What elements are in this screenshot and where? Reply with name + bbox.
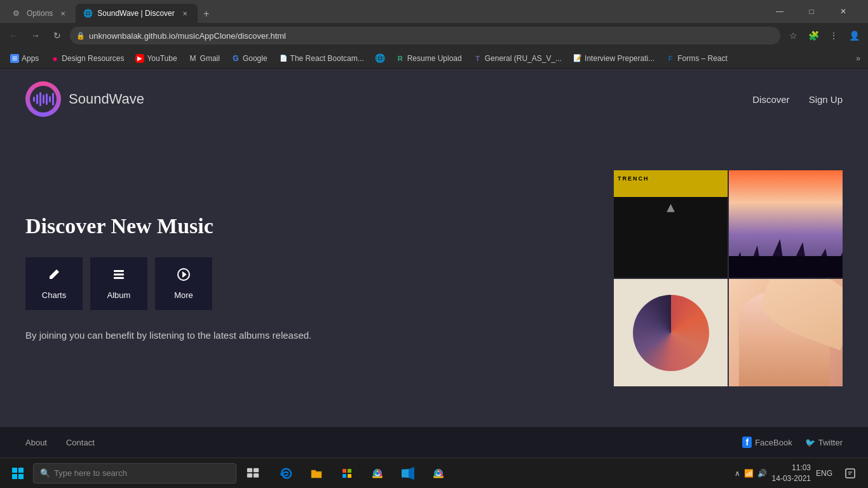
tab-soundwave[interactable]: 🌐 SoundWave | Discover ✕: [76, 4, 197, 23]
svg-rect-18: [342, 474, 346, 478]
forward-button[interactable]: →: [27, 27, 44, 44]
album-label: Album: [107, 290, 131, 300]
bookmark-resume-label: Resume Upload: [407, 54, 462, 63]
charts-button[interactable]: Charts: [25, 257, 83, 310]
edge-taskbar-btn[interactable]: [272, 459, 300, 487]
url-bar[interactable]: 🔒 unknownbalak.github.io/musicAppClone/d…: [70, 27, 780, 44]
facebook-label: FaceBook: [755, 438, 792, 447]
bookmark-teams[interactable]: T General (RU_AS_V_...: [468, 51, 567, 66]
chrome-taskbar-btn[interactable]: [363, 459, 391, 487]
bar3: [39, 92, 41, 106]
vscode-taskbar-btn[interactable]: [394, 459, 422, 487]
sweetener-art: [729, 279, 843, 386]
album-button[interactable]: Album: [90, 257, 147, 310]
site-logo-text: SoundWave: [69, 91, 144, 107]
time-display[interactable]: 11:03 14-03-2021: [772, 463, 811, 484]
start-button[interactable]: [5, 461, 31, 486]
svg-marker-24: [409, 467, 414, 480]
nav-signup-link[interactable]: Sign Up: [809, 94, 843, 105]
bookmark-resume[interactable]: R Resume Upload: [391, 51, 467, 66]
network-icon[interactable]: 📶: [744, 469, 754, 478]
close-button[interactable]: ✕: [829, 0, 858, 23]
tab-options-close[interactable]: ✕: [58, 8, 68, 18]
profile-button[interactable]: 👤: [845, 27, 863, 44]
svg-rect-2: [114, 277, 124, 279]
svg-rect-17: [348, 469, 351, 473]
back-button[interactable]: ←: [5, 27, 23, 44]
gmail-favicon: M: [189, 54, 198, 63]
soundwave-bars: [33, 92, 54, 106]
notification-button[interactable]: [837, 461, 863, 486]
language-indicator: ENG: [816, 469, 832, 478]
more-button[interactable]: More: [155, 257, 212, 310]
chevron-icon[interactable]: ∧: [735, 469, 740, 478]
circle-gradient: [633, 295, 709, 371]
bookmark-interview-label: Interview Preperati...: [585, 54, 654, 63]
svg-rect-19: [348, 474, 351, 478]
svg-rect-16: [342, 469, 346, 473]
footer-contact-link[interactable]: Contact: [66, 438, 95, 447]
facebook-icon: f: [742, 437, 752, 448]
facebook-link[interactable]: f FaceBook: [742, 437, 792, 448]
taskbar-search-placeholder: Type here to search: [54, 468, 127, 478]
website-content: SoundWave Discover Sign Up Discover New …: [0, 69, 868, 458]
address-bar: ← → ↻ 🔒 unknownbalak.github.io/musicAppC…: [0, 23, 868, 48]
bookmarks-more-button[interactable]: »: [853, 51, 863, 66]
svg-rect-29: [846, 469, 855, 478]
apps-favicon: ⊞: [10, 54, 19, 63]
chrome2-taskbar-btn[interactable]: [424, 459, 452, 487]
tab-options-title: Options: [27, 9, 53, 18]
eagle-svg: [620, 192, 722, 273]
sunset-art: [729, 170, 843, 278]
twitter-label: Twitter: [818, 438, 843, 447]
action-buttons: Charts Album: [25, 257, 588, 310]
twitter-link[interactable]: 🐦 Twitter: [805, 438, 843, 447]
address-actions: ☆ 🧩 ⋮ 👤: [784, 27, 863, 44]
maximize-button[interactable]: □: [797, 0, 826, 23]
bookmark-design[interactable]: ● Design Resources: [45, 51, 129, 66]
bookmark-apps[interactable]: ⊞ Apps: [5, 51, 44, 66]
window-controls: — □ ✕: [765, 0, 858, 23]
lock-icon: 🔒: [76, 32, 85, 40]
minimize-button[interactable]: —: [765, 0, 794, 23]
bar1: [33, 97, 35, 102]
bar2: [36, 94, 38, 104]
tab-options-favicon: ⚙: [13, 9, 22, 18]
store-taskbar-btn[interactable]: [333, 459, 361, 487]
volume-icon[interactable]: 🔊: [757, 469, 767, 478]
resume-favicon: R: [396, 54, 405, 63]
bookmark-youtube[interactable]: ▶ YouTube: [130, 51, 182, 66]
svg-marker-25: [402, 469, 409, 478]
bookmark-forms[interactable]: F Forms – React: [661, 51, 733, 66]
taskbar-search[interactable]: 🔍 Type here to search: [33, 463, 236, 484]
reload-button[interactable]: ↻: [48, 27, 66, 44]
bookmark-globe[interactable]: 🌐: [370, 51, 390, 66]
menu-button[interactable]: ⋮: [825, 27, 843, 44]
bookmark-gmail[interactable]: M Gmail: [184, 51, 225, 66]
footer-about-link[interactable]: About: [25, 438, 47, 447]
svg-rect-10: [12, 474, 17, 479]
tab-options[interactable]: ⚙ Options ✕: [5, 4, 76, 23]
new-tab-button[interactable]: +: [198, 5, 215, 23]
bookmark-interview[interactable]: 📝 Interview Preperati...: [568, 51, 660, 66]
task-view-button[interactable]: [239, 459, 267, 487]
tab-soundwave-title: SoundWave | Discover: [97, 9, 174, 18]
svg-rect-12: [247, 468, 252, 471]
tab-soundwave-close[interactable]: ✕: [180, 8, 190, 18]
bookmark-google-label: Google: [243, 54, 268, 63]
bookmark-google[interactable]: G Google: [226, 51, 273, 66]
bookmark-youtube-label: YouTube: [147, 54, 177, 63]
extensions-button[interactable]: 🧩: [804, 27, 822, 44]
svg-rect-11: [18, 474, 24, 479]
nav-discover-link[interactable]: Discover: [752, 94, 789, 105]
bookmark-gmail-label: Gmail: [200, 54, 220, 63]
svg-rect-1: [114, 273, 124, 275]
file-explorer-taskbar-btn[interactable]: [302, 459, 330, 487]
logo-circle: [25, 81, 61, 117]
bookmark-apps-label: Apps: [22, 54, 39, 63]
star-button[interactable]: ☆: [784, 27, 802, 44]
taskbar: 🔍 Type here to search: [0, 458, 868, 488]
bar5: [46, 93, 48, 105]
bookmark-react-bootcamp[interactable]: 📄 The React Bootcam...: [274, 51, 369, 66]
design-favicon: ●: [50, 54, 59, 63]
